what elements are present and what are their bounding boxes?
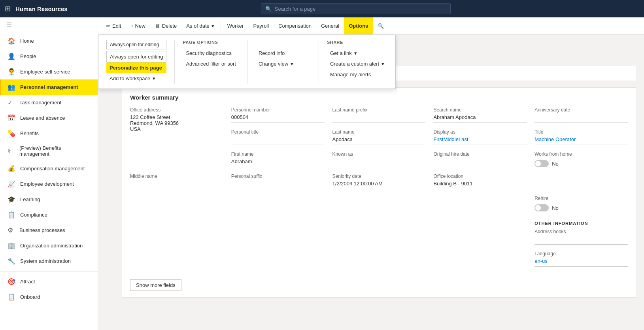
top-bar: ⊞ Human Resources 🔍 [0, 0, 644, 17]
title-value[interactable]: Machine Operator [534, 136, 628, 145]
sidebar-item-people[interactable]: 👤 People [0, 49, 98, 64]
people-icon: 👤 [8, 53, 15, 60]
self-service-icon: 👨‍💼 [8, 68, 15, 75]
office-address-label: Office address [130, 107, 223, 113]
sidebar-item-attract[interactable]: 🎯 Attract [0, 274, 98, 289]
field-office-address: Office address 123 Coffee Street Redmond… [130, 107, 223, 167]
original-hire-date-value[interactable] [433, 158, 527, 167]
search-button[interactable]: 🔍 [373, 17, 389, 34]
dropdown-col-page-options: Page options Security diagnostics Advanc… [175, 40, 247, 84]
onboard-icon: 📋 [8, 293, 15, 301]
sidebar-item-leave-and-absence[interactable]: 📅 Leave and absence [0, 110, 98, 126]
search-name-label: Search name [433, 107, 527, 113]
dropdown-item-advanced-filter[interactable]: Advanced filter or sort [183, 58, 239, 69]
share-title: Share [327, 40, 387, 45]
language-value[interactable]: en-us [534, 258, 628, 267]
edit-button[interactable]: ✏ Edit [101, 17, 126, 34]
benefits-icon: 💊 [8, 130, 15, 137]
show-more-wrapper: Show more fields [130, 275, 628, 291]
add-workspace-label: Add to workspace [110, 75, 150, 81]
delete-icon: 🗑 [155, 23, 160, 29]
last-name-prefix-value[interactable] [332, 114, 426, 123]
office-address-value: 123 Coffee Street Redmond, WA 99356 USA [130, 114, 223, 134]
dropdown-col-record: spacer Record info Change view ▾ [247, 40, 319, 84]
show-more-fields-button[interactable]: Show more fields [130, 279, 181, 291]
options-button[interactable]: Options [344, 17, 373, 34]
chevron-down-icon: ▾ [212, 23, 214, 29]
search-box[interactable]: 🔍 [261, 3, 451, 14]
sidebar-label-onboard: Onboard [20, 294, 40, 300]
sidebar-item-learning[interactable]: 🎓 Learning [0, 192, 98, 207]
field-last-name-prefix: Last name prefix [332, 107, 426, 123]
dropdown-item-personalize[interactable]: Personalize this page [106, 62, 166, 73]
sidebar-item-personnel-management[interactable]: 👥 Personnel management [0, 79, 98, 95]
field-first-name: First name Abraham [231, 151, 325, 167]
dropdown-item-custom-alert[interactable]: Create a custom alert ▾ [327, 58, 387, 69]
worker-button[interactable]: Worker [223, 17, 249, 34]
sidebar-item-employee-self-service[interactable]: 👨‍💼 Employee self service [0, 64, 98, 79]
search-icon: 🔍 [265, 6, 272, 12]
field-original-hire-date: Original hire date [433, 151, 527, 167]
sidebar-item-system-administration[interactable]: 🔧 System administration [0, 253, 98, 269]
payroll-button[interactable]: Payroll [248, 17, 274, 34]
search-name-value[interactable]: Abraham Apodaca [433, 114, 527, 123]
anniversary-date-value[interactable] [534, 114, 628, 123]
rehire-toggle-knob [535, 205, 541, 211]
seniority-date-label: Seniority date [332, 173, 426, 179]
field-anniversary-date: Anniversary date [534, 107, 628, 123]
sidebar-item-business-processes[interactable]: ⚙ Business processes [0, 223, 98, 238]
sidebar-label-people: People [20, 53, 36, 59]
worker-summary-card: Worker summary Personnel number 000504 L… [122, 87, 636, 298]
personalize-label: Personalize this page [110, 65, 162, 71]
sidebar-collapse-button[interactable]: ☰ [0, 17, 98, 33]
sidebar-item-preview-benefits[interactable]: ⚕ (Preview) Benefits management [0, 141, 98, 161]
dropdown-item-add-workspace[interactable]: Add to workspace ▾ [106, 73, 166, 84]
dropdown-item-security-diagnostics[interactable]: Security diagnostics [183, 48, 239, 58]
language-label: Language [534, 251, 628, 256]
sidebar-label-leave: Leave and absence [20, 115, 65, 121]
dropdown-item-always-open[interactable]: Always open for editing [106, 51, 166, 62]
first-name-value[interactable]: Abraham [231, 158, 325, 167]
toolbar: ✏ Edit + New 🗑 Delete As of date ▾ Worke… [98, 17, 644, 35]
personnel-number-value[interactable]: 000504 [231, 114, 325, 123]
new-button[interactable]: + New [126, 17, 150, 34]
field-display-as: Display as FirstMiddleLast [433, 129, 527, 145]
sidebar-item-home[interactable]: 🏠 Home [0, 33, 98, 49]
delete-button[interactable]: 🗑 Delete [150, 17, 182, 34]
grid-icon[interactable]: ⊞ [5, 4, 11, 13]
rehire-row: Rehire No [130, 196, 628, 211]
sidebar-item-benefits[interactable]: 💊 Benefits [0, 126, 98, 141]
dropdown-item-manage-alerts[interactable]: Manage my alerts [327, 69, 387, 80]
sidebar-item-onboard[interactable]: 📋 Onboard [0, 289, 98, 305]
rehire-toggle[interactable] [534, 204, 549, 211]
sidebar-item-organization-administration[interactable]: 🏢 Organization administration [0, 238, 98, 253]
dropdown-item-change-view[interactable]: Change view ▾ [255, 58, 311, 69]
personal-title-label: Personal title [231, 129, 325, 135]
chevron-down-icon-workspace: ▾ [153, 75, 155, 81]
sidebar-item-employee-development[interactable]: 📈 Employee development [0, 176, 98, 192]
sidebar-item-task-management[interactable]: ✓ Task management [0, 95, 98, 110]
sidebar-item-compliance[interactable]: 📋 Compliance [0, 207, 98, 223]
personal-suffix-value[interactable] [231, 181, 325, 189]
as-of-date-button[interactable]: As of date ▾ [181, 17, 219, 34]
sidebar-label-compliance: Compliance [20, 212, 47, 218]
search-icon-toolbar: 🔍 [378, 23, 384, 29]
sidebar-item-compensation-management[interactable]: 💰 Compensation management [0, 161, 98, 176]
office-location-value[interactable]: Building B - 9011 [433, 181, 527, 189]
known-as-value[interactable] [332, 158, 426, 167]
works-from-home-toggle[interactable] [534, 160, 549, 167]
address-books-value[interactable] [534, 236, 628, 245]
seniority-date-value[interactable]: 1/2/2009 12:00:00 AM [332, 181, 426, 189]
search-input[interactable] [275, 6, 446, 12]
dropdown-item-get-link[interactable]: Get a link ▾ [327, 48, 387, 58]
display-as-value[interactable]: FirstMiddleLast [433, 136, 527, 145]
last-name-value[interactable]: Apodaca [332, 136, 426, 145]
main-area: ✏ Edit + New 🗑 Delete As of date ▾ Worke… [98, 17, 644, 330]
field-search-name: Search name Abraham Apodaca [433, 107, 527, 123]
compensation-button[interactable]: Compensation [274, 17, 316, 34]
dropdown-item-record-info[interactable]: Record info [255, 48, 311, 58]
first-name-label: First name [231, 151, 325, 157]
general-button[interactable]: General [316, 17, 344, 34]
personal-title-value[interactable] [231, 136, 325, 145]
middle-name-value[interactable] [130, 181, 223, 189]
